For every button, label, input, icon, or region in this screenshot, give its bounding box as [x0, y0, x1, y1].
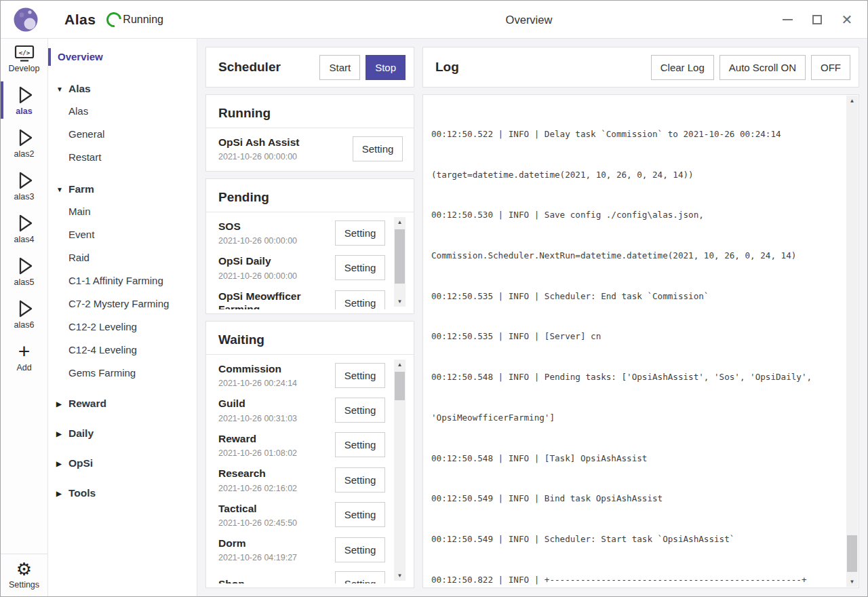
setting-button[interactable]: Setting: [335, 571, 385, 583]
rail-item-label: Develop: [1, 64, 47, 73]
scroll-up-icon[interactable]: ▲: [394, 360, 406, 370]
nav-item-general[interactable]: General: [48, 124, 197, 147]
setting-button[interactable]: Setting: [335, 290, 385, 309]
log-line: 00:12:50.549 | INFO | Scheduler: Start t…: [431, 533, 841, 546]
rail-item-alas6[interactable]: alas6: [1, 292, 47, 335]
maximize-button[interactable]: [802, 6, 832, 33]
rail-item-alas2[interactable]: alas2: [1, 121, 47, 164]
task-row: Commission 2021-10-26 00:24:14 Setting: [218, 358, 385, 392]
log-scrollbar[interactable]: ▲ ▼: [846, 96, 858, 587]
task-name: Reward: [218, 432, 297, 445]
svg-text:</>: </>: [18, 50, 30, 56]
scroll-down-icon[interactable]: ▼: [394, 571, 406, 581]
nav-section-daily[interactable]: ▶Daily: [48, 423, 197, 446]
scroll-down-icon[interactable]: ▼: [846, 577, 858, 587]
nav-item-overview[interactable]: Overview: [48, 50, 197, 70]
setting-button[interactable]: Setting: [353, 136, 403, 161]
rail-item-develop[interactable]: </> Develop: [1, 39, 47, 79]
minimize-button[interactable]: [772, 6, 802, 33]
nav-item-raid[interactable]: Raid: [48, 248, 197, 271]
log-line: 00:12:50.549 | INFO | Bind task OpsiAshA…: [431, 492, 841, 505]
rail-item-alas[interactable]: alas: [1, 79, 47, 121]
task-next-run-time: 2021-10-26 00:00:00: [218, 152, 299, 161]
scroll-up-icon[interactable]: ▲: [394, 217, 406, 227]
rail-item-alas4[interactable]: alas4: [1, 207, 47, 250]
setting-button[interactable]: Setting: [335, 220, 385, 246]
nav-section-reward[interactable]: ▶Reward: [48, 393, 197, 416]
task-name: Dorm: [218, 537, 297, 550]
scrollbar-thumb[interactable]: [395, 229, 405, 284]
task-name: OpSi Ash Assist: [218, 136, 299, 149]
setting-button[interactable]: Setting: [335, 363, 385, 388]
log-view[interactable]: 00:12:50.522 | INFO | Delay task `Commis…: [422, 94, 859, 588]
task-name: Tactical: [218, 502, 297, 515]
setting-button[interactable]: Setting: [335, 502, 385, 527]
nav-item-gems-farming[interactable]: Gems Farming: [48, 363, 197, 386]
close-button[interactable]: ✕: [832, 6, 862, 33]
nav-section-alas[interactable]: ▼Alas: [48, 78, 197, 101]
task-name: SOS: [218, 220, 297, 233]
app-window: Alas Running Overview ✕ </> Develop alas: [0, 0, 868, 597]
task-info: Shop: [218, 577, 245, 583]
auto-scroll-on-button[interactable]: Auto Scroll ON: [719, 55, 806, 80]
pending-scrollbar[interactable]: ▲ ▼: [394, 217, 406, 307]
task-info: Guild 2021-10-26 00:31:03: [218, 397, 297, 423]
start-button[interactable]: Start: [319, 55, 360, 80]
running-group-title: Running: [206, 103, 414, 128]
play-icon: [14, 170, 35, 191]
setting-button[interactable]: Setting: [335, 398, 385, 423]
scrollbar-thumb[interactable]: [395, 372, 405, 400]
waiting-task-list[interactable]: Commission 2021-10-26 00:24:14 Setting G…: [206, 355, 414, 583]
running-group-card: Running OpSi Ash Assist 2021-10-26 00:00…: [205, 94, 414, 172]
setting-button[interactable]: Setting: [335, 537, 385, 562]
nav-section-farm[interactable]: ▼Farm: [48, 178, 197, 201]
rail-item-label: alas4: [1, 235, 47, 244]
waiting-scrollbar[interactable]: ▲ ▼: [394, 360, 406, 581]
running-task-list: OpSi Ash Assist 2021-10-26 00:00:00 Sett…: [206, 128, 414, 167]
nav-section-label: Tools: [68, 487, 96, 499]
task-row: Dorm 2021-10-26 04:19:27 Setting: [218, 532, 385, 566]
nav-section-tools[interactable]: ▶Tools: [48, 482, 197, 505]
chevron-right-icon: ▶: [56, 453, 68, 475]
scrollbar-thumb[interactable]: [847, 535, 857, 572]
pending-task-list[interactable]: SOS 2021-10-26 00:00:00 Setting OpSi Dai…: [206, 212, 414, 309]
chevron-right-icon: ▶: [56, 423, 68, 445]
rail-item-alas3[interactable]: alas3: [1, 164, 47, 207]
nav-item-event[interactable]: Event: [48, 225, 197, 248]
rail-item-label: Settings: [1, 580, 47, 590]
nav-item-alas[interactable]: Alas: [48, 101, 197, 124]
maximize-icon: [812, 15, 822, 24]
task-row: Guild 2021-10-26 00:31:03 Setting: [218, 392, 385, 427]
setting-button[interactable]: Setting: [335, 432, 385, 457]
nav-item-c12-4-leveling[interactable]: C12-4 Leveling: [48, 340, 197, 363]
scroll-down-icon[interactable]: ▼: [394, 296, 406, 307]
nav-item-c1-1-affinity-farming[interactable]: C1-1 Affinity Farming: [48, 271, 197, 294]
log-line: (target=datetime.datetime(2021, 10, 26, …: [431, 168, 841, 182]
nav-section-label: Farm: [68, 183, 94, 195]
clear-log-button[interactable]: Clear Log: [651, 55, 714, 80]
main-area: </> Develop alas alas2 alas3 alas4: [1, 39, 867, 596]
develop-icon: </>: [13, 45, 36, 62]
log-line: 00:12:50.522 | INFO | Delay task `Commis…: [431, 128, 841, 141]
nav-item-main[interactable]: Main: [48, 201, 197, 225]
task-next-run-time: 2021-10-26 02:45:50: [218, 518, 297, 528]
nav-item-restart[interactable]: Restart: [48, 147, 197, 170]
nav-section-opsi[interactable]: ▶OpSi: [48, 452, 197, 476]
stop-button[interactable]: Stop: [366, 55, 406, 80]
nav-item-c12-2-leveling[interactable]: C12-2 Leveling: [48, 317, 197, 340]
log-title: Log: [435, 60, 459, 75]
scroll-up-icon[interactable]: ▲: [846, 96, 858, 106]
task-info: Reward 2021-10-26 01:08:02: [218, 432, 297, 458]
rail-item-alas5[interactable]: alas5: [1, 250, 47, 292]
nav-menu: Overview ▼Alas Alas General Restart ▼Far…: [48, 39, 197, 596]
setting-button[interactable]: Setting: [335, 467, 385, 493]
task-info: OpSi Meowfficer Farming: [218, 290, 335, 309]
play-icon: [14, 85, 35, 105]
play-icon: [14, 128, 35, 148]
rail-item-settings[interactable]: ⚙ Settings: [1, 554, 47, 596]
alas-logo-icon: [13, 7, 39, 33]
nav-item-c7-2-mystery-farming[interactable]: C7-2 Mystery Farming: [48, 294, 197, 317]
rail-item-add[interactable]: + Add: [1, 335, 47, 378]
setting-button[interactable]: Setting: [335, 255, 385, 280]
auto-scroll-off-button[interactable]: OFF: [811, 55, 850, 80]
